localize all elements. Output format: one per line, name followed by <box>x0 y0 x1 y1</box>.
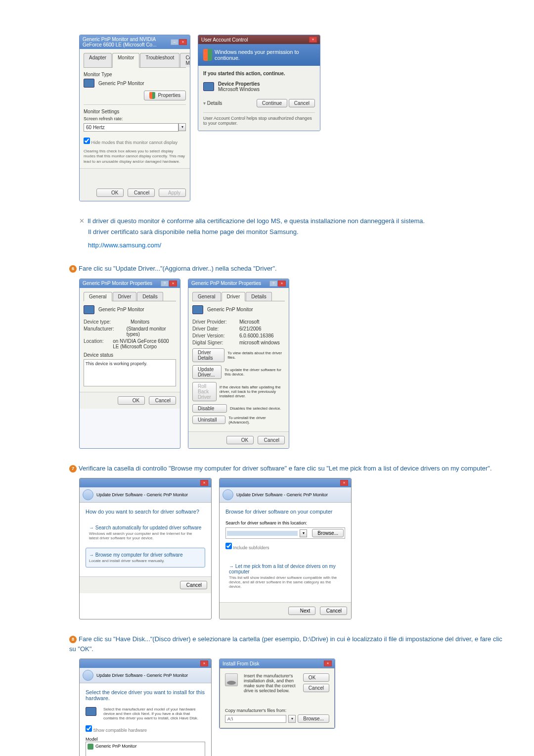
dialog-titlebar: Generic PnP Monitor and NVIDIA GeForce 6… <box>80 35 190 49</box>
cancel-button[interactable]: Cancel <box>180 581 207 589</box>
tab-driver[interactable]: Driver <box>222 292 246 301</box>
step-bullet-7: 7 <box>69 465 77 472</box>
browse-computer-option[interactable]: → Browse my computer for driver software… <box>86 548 205 567</box>
ok-button[interactable]: OK <box>118 396 145 405</box>
install-from-disk-dialog: Install From Disk × Insert the manufactu… <box>219 659 335 729</box>
browse-computer-desc: Locate and install driver software manua… <box>89 559 202 563</box>
wizard-desc: Select the manufacturer and model of you… <box>103 707 205 720</box>
rollback-driver-button[interactable]: Roll Back Driver <box>192 382 217 401</box>
shield-icon <box>203 49 212 61</box>
close-icon[interactable]: × <box>179 39 187 45</box>
step-bullet-6: 6 <box>69 265 77 273</box>
step-8-text: Fare clic su "Have Disk..."(Disco driver… <box>69 635 502 653</box>
search-auto-desc: Windows will search your computer and th… <box>89 531 202 540</box>
uac-started-label: If you started this action, continue. <box>203 71 315 76</box>
install-disk-text: Insert the manufacturer's installation d… <box>244 673 300 693</box>
continue-button[interactable]: Continue <box>257 99 287 107</box>
ok-button[interactable]: OK <box>303 673 329 682</box>
ok-button[interactable]: OK <box>226 436 254 444</box>
refresh-rate-select[interactable]: 60 Hertz <box>84 123 178 132</box>
signer-label: Digital Signer: <box>192 340 239 345</box>
cancel-button[interactable]: Cancel <box>128 189 155 197</box>
let-me-pick-option[interactable]: → Let me pick from a list of device driv… <box>225 559 345 593</box>
cancel-button[interactable]: Cancel <box>258 436 285 444</box>
cancel-button[interactable]: Cancel <box>320 607 347 615</box>
close-icon[interactable]: × <box>324 661 332 666</box>
disable-button[interactable]: Disable <box>192 404 227 413</box>
wizard-heading: How do you want to search for driver sof… <box>86 509 205 515</box>
provider-label: Driver Provider: <box>192 319 239 325</box>
uninstall-desc: To uninstall the driver (Advanced). <box>228 416 285 425</box>
dialog-title-text: Generic PnP Monitor and NVIDIA GeForce 6… <box>83 37 171 47</box>
device-name: Generic PnP Monitor <box>207 307 253 312</box>
browse-button[interactable]: Browse... <box>312 529 344 537</box>
path-input[interactable]: A:\ <box>225 715 286 723</box>
tab-details[interactable]: Details <box>137 292 163 301</box>
props-driver-dialog: Generic PnP Monitor Properties ?× Genera… <box>188 279 289 449</box>
cancel-button[interactable]: Cancel <box>289 99 315 107</box>
device-type-value: Monitors <box>131 319 149 325</box>
next-button[interactable]: Next <box>288 607 315 615</box>
window-controls: – × <box>171 39 187 45</box>
apply-button[interactable]: Apply <box>159 189 186 197</box>
model-list[interactable]: Generic PnP Monitor <box>86 742 205 756</box>
back-button[interactable] <box>83 670 93 681</box>
tab-driver[interactable]: Driver <box>113 292 137 301</box>
cancel-button[interactable]: Cancel <box>149 396 176 405</box>
back-button[interactable] <box>83 489 93 500</box>
tab-monitor[interactable]: Monitor <box>112 53 139 68</box>
manufacturer-label: Manufacturer: <box>84 326 127 337</box>
uac-banner: Windows needs your permission to contion… <box>198 44 320 66</box>
browse-button[interactable]: Browse... <box>298 714 329 723</box>
version-value: 6.0.6000.16386 <box>239 333 274 338</box>
tab-color-management[interactable]: Color Management <box>180 53 190 67</box>
search-auto-option[interactable]: → Search automatically for updated drive… <box>86 520 205 545</box>
location-value: on NVIDIA GeForce 6600 LE (Microsoft Cor… <box>113 338 176 349</box>
location-input[interactable] <box>227 531 298 536</box>
ok-button[interactable]: OK <box>96 189 124 197</box>
shield-icon <box>149 92 155 99</box>
manufacturer-value: (Standard monitor types) <box>127 326 176 337</box>
provider-value: Microsoft <box>239 319 260 325</box>
close-icon[interactable]: × <box>340 480 348 486</box>
back-button[interactable] <box>222 489 233 500</box>
properties-button[interactable]: Properties <box>144 91 186 100</box>
tab-adapter[interactable]: Adapter <box>84 53 112 67</box>
close-icon[interactable]: × <box>169 281 177 286</box>
tab-general[interactable]: General <box>84 292 112 301</box>
monitor-settings-label: Monitor Settings <box>84 109 186 114</box>
step-7-text: Verificare la casella di controllo "Brow… <box>79 465 492 472</box>
chevron-down-icon[interactable]: ▾ <box>300 529 307 537</box>
help-icon[interactable]: ? <box>161 281 169 286</box>
samsung-link[interactable]: http://www.samsung.com/ <box>88 241 504 249</box>
monitor-icon <box>84 79 94 88</box>
tab-details[interactable]: Details <box>246 292 272 301</box>
uac-footer: User Account Control helps stop unauthor… <box>203 116 315 126</box>
cancel-button[interactable]: Cancel <box>303 684 329 692</box>
rollback-driver-desc: If the device fails after updating the d… <box>220 385 285 398</box>
driver-details-button[interactable]: Driver Details <box>192 348 224 362</box>
wizard-heading: Browse for driver software on your compu… <box>225 509 345 515</box>
show-compatible-checkbox[interactable] <box>86 725 92 732</box>
device-status-box: This device is working properly. <box>84 359 176 386</box>
device-status-label: Device status <box>84 352 176 358</box>
tab-troubleshoot[interactable]: Troubleshoot <box>140 53 179 67</box>
update-driver-button[interactable]: Update Driver... <box>192 365 222 379</box>
uninstall-button[interactable]: Uninstall <box>192 416 225 424</box>
wizard-breadcrumb: Update Driver Software - Generic PnP Mon… <box>96 492 188 497</box>
details-expander[interactable]: ▾ Details <box>203 100 222 106</box>
uac-program-name: Device Properties <box>218 81 260 87</box>
help-icon[interactable]: ? <box>269 281 277 286</box>
minimize-icon[interactable]: – <box>171 39 178 45</box>
include-subfolders-checkbox[interactable] <box>225 543 232 549</box>
wizard-select-dialog: × Update Driver Software - Generic PnP M… <box>79 659 212 756</box>
chevron-down-icon[interactable]: ▾ <box>288 715 296 723</box>
chevron-down-icon[interactable]: ▾ <box>178 123 186 131</box>
close-icon[interactable]: × <box>200 661 208 666</box>
version-label: Driver Version: <box>192 333 239 338</box>
hide-modes-checkbox[interactable] <box>84 138 90 144</box>
tab-general[interactable]: General <box>192 292 221 301</box>
close-icon[interactable]: × <box>200 480 208 486</box>
close-icon[interactable]: × <box>278 281 286 286</box>
close-icon[interactable]: × <box>309 37 317 43</box>
